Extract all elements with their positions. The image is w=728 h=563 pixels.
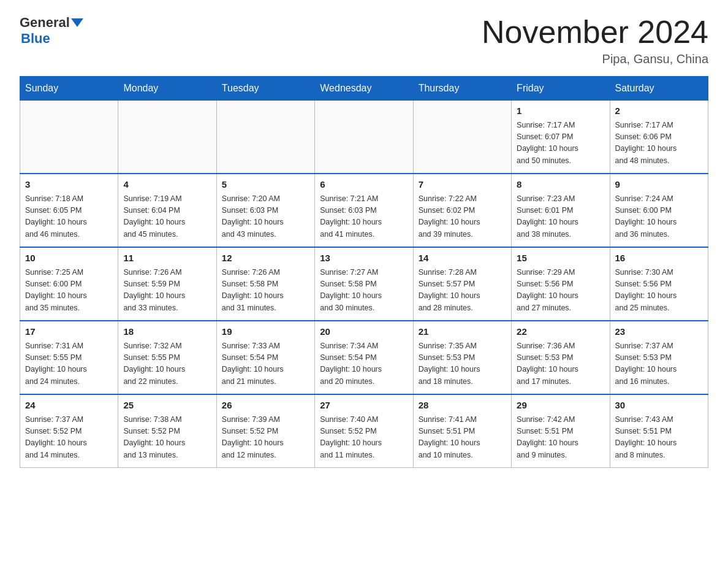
day-info: Sunrise: 7:33 AM Sunset: 5:54 PM Dayligh…	[222, 340, 309, 388]
day-number: 5	[222, 178, 309, 192]
day-number: 18	[123, 325, 211, 339]
calendar-cell: 6Sunrise: 7:21 AM Sunset: 6:03 PM Daylig…	[315, 174, 413, 247]
weekday-header-wednesday: Wednesday	[315, 77, 413, 101]
calendar-cell: 29Sunrise: 7:42 AM Sunset: 5:51 PM Dayli…	[512, 394, 610, 468]
day-number: 10	[25, 251, 113, 266]
day-info: Sunrise: 7:42 AM Sunset: 5:51 PM Dayligh…	[517, 414, 604, 462]
calendar-header-row: SundayMondayTuesdayWednesdayThursdayFrid…	[20, 77, 708, 101]
day-info: Sunrise: 7:38 AM Sunset: 5:52 PM Dayligh…	[123, 414, 211, 462]
day-info: Sunrise: 7:37 AM Sunset: 5:52 PM Dayligh…	[25, 414, 113, 462]
day-number: 21	[419, 325, 506, 339]
day-number: 4	[123, 178, 211, 192]
day-info: Sunrise: 7:29 AM Sunset: 5:56 PM Dayligh…	[517, 267, 604, 315]
calendar-cell: 22Sunrise: 7:36 AM Sunset: 5:53 PM Dayli…	[512, 321, 610, 394]
day-number: 26	[222, 399, 309, 413]
day-info: Sunrise: 7:28 AM Sunset: 5:57 PM Dayligh…	[419, 267, 506, 315]
calendar-cell	[118, 101, 216, 174]
day-number: 19	[222, 325, 309, 339]
calendar-cell: 1Sunrise: 7:17 AM Sunset: 6:07 PM Daylig…	[512, 101, 610, 174]
day-info: Sunrise: 7:18 AM Sunset: 6:05 PM Dayligh…	[25, 193, 113, 241]
calendar-cell: 4Sunrise: 7:19 AM Sunset: 6:04 PM Daylig…	[118, 174, 216, 247]
day-info: Sunrise: 7:25 AM Sunset: 6:00 PM Dayligh…	[25, 267, 113, 315]
day-info: Sunrise: 7:17 AM Sunset: 6:07 PM Dayligh…	[517, 120, 604, 167]
calendar-cell	[413, 101, 511, 174]
logo-arrow-icon	[71, 18, 83, 27]
day-info: Sunrise: 7:34 AM Sunset: 5:54 PM Dayligh…	[320, 340, 408, 388]
day-number: 13	[320, 251, 408, 266]
title-block: November 2024 Pipa, Gansu, China	[482, 15, 708, 66]
day-info: Sunrise: 7:19 AM Sunset: 6:04 PM Dayligh…	[123, 193, 211, 241]
day-number: 24	[25, 399, 113, 413]
day-number: 2	[615, 104, 703, 118]
day-info: Sunrise: 7:21 AM Sunset: 6:03 PM Dayligh…	[320, 193, 408, 241]
day-number: 11	[123, 251, 211, 266]
calendar-cell: 24Sunrise: 7:37 AM Sunset: 5:52 PM Dayli…	[20, 394, 118, 468]
day-info: Sunrise: 7:30 AM Sunset: 5:56 PM Dayligh…	[615, 267, 703, 315]
day-number: 30	[615, 399, 703, 413]
weekday-header-thursday: Thursday	[413, 77, 511, 101]
calendar-cell: 28Sunrise: 7:41 AM Sunset: 5:51 PM Dayli…	[413, 394, 511, 468]
day-info: Sunrise: 7:35 AM Sunset: 5:53 PM Dayligh…	[419, 340, 506, 388]
calendar-cell: 11Sunrise: 7:26 AM Sunset: 5:59 PM Dayli…	[118, 247, 216, 321]
calendar-cell: 13Sunrise: 7:27 AM Sunset: 5:58 PM Dayli…	[315, 247, 413, 321]
day-number: 9	[615, 178, 703, 192]
calendar-cell: 23Sunrise: 7:37 AM Sunset: 5:53 PM Dayli…	[610, 321, 708, 394]
day-number: 7	[419, 178, 506, 192]
calendar-cell: 3Sunrise: 7:18 AM Sunset: 6:05 PM Daylig…	[20, 174, 118, 247]
day-number: 28	[419, 399, 506, 413]
month-title: November 2024	[482, 15, 708, 50]
calendar-cell: 7Sunrise: 7:22 AM Sunset: 6:02 PM Daylig…	[413, 174, 511, 247]
day-info: Sunrise: 7:31 AM Sunset: 5:55 PM Dayligh…	[25, 340, 113, 388]
day-info: Sunrise: 7:17 AM Sunset: 6:06 PM Dayligh…	[615, 120, 703, 167]
calendar-week-row: 3Sunrise: 7:18 AM Sunset: 6:05 PM Daylig…	[20, 174, 708, 247]
day-number: 12	[222, 251, 309, 266]
day-number: 14	[419, 251, 506, 266]
calendar-cell: 25Sunrise: 7:38 AM Sunset: 5:52 PM Dayli…	[118, 394, 216, 468]
weekday-header-monday: Monday	[118, 77, 216, 101]
day-number: 1	[517, 104, 604, 118]
day-info: Sunrise: 7:32 AM Sunset: 5:55 PM Dayligh…	[123, 340, 211, 388]
day-number: 17	[25, 325, 113, 339]
calendar-cell	[315, 101, 413, 174]
day-number: 29	[517, 399, 604, 413]
day-number: 27	[320, 399, 408, 413]
calendar-week-row: 10Sunrise: 7:25 AM Sunset: 6:00 PM Dayli…	[20, 247, 708, 321]
logo: General Blue	[20, 15, 85, 47]
calendar-cell: 30Sunrise: 7:43 AM Sunset: 5:51 PM Dayli…	[610, 394, 708, 468]
calendar-cell: 2Sunrise: 7:17 AM Sunset: 6:06 PM Daylig…	[610, 101, 708, 174]
day-info: Sunrise: 7:43 AM Sunset: 5:51 PM Dayligh…	[615, 414, 703, 462]
calendar-cell	[20, 101, 118, 174]
calendar-cell: 9Sunrise: 7:24 AM Sunset: 6:00 PM Daylig…	[610, 174, 708, 247]
day-number: 15	[517, 251, 604, 266]
calendar-week-row: 1Sunrise: 7:17 AM Sunset: 6:07 PM Daylig…	[20, 101, 708, 174]
day-info: Sunrise: 7:22 AM Sunset: 6:02 PM Dayligh…	[419, 193, 506, 241]
day-info: Sunrise: 7:37 AM Sunset: 5:53 PM Dayligh…	[615, 340, 703, 388]
page-header: General Blue November 2024 Pipa, Gansu, …	[20, 15, 708, 66]
calendar-cell: 20Sunrise: 7:34 AM Sunset: 5:54 PM Dayli…	[315, 321, 413, 394]
day-info: Sunrise: 7:41 AM Sunset: 5:51 PM Dayligh…	[419, 414, 506, 462]
calendar-cell: 27Sunrise: 7:40 AM Sunset: 5:52 PM Dayli…	[315, 394, 413, 468]
calendar-cell: 8Sunrise: 7:23 AM Sunset: 6:01 PM Daylig…	[512, 174, 610, 247]
calendar-cell	[216, 101, 314, 174]
day-info: Sunrise: 7:27 AM Sunset: 5:58 PM Dayligh…	[320, 267, 408, 315]
logo-general-text: General	[20, 15, 70, 31]
calendar-cell: 12Sunrise: 7:26 AM Sunset: 5:58 PM Dayli…	[216, 247, 314, 321]
calendar-cell: 21Sunrise: 7:35 AM Sunset: 5:53 PM Dayli…	[413, 321, 511, 394]
calendar-cell: 18Sunrise: 7:32 AM Sunset: 5:55 PM Dayli…	[118, 321, 216, 394]
weekday-header-friday: Friday	[512, 77, 610, 101]
calendar-cell: 17Sunrise: 7:31 AM Sunset: 5:55 PM Dayli…	[20, 321, 118, 394]
logo-blue-text: Blue	[21, 31, 50, 46]
day-info: Sunrise: 7:24 AM Sunset: 6:00 PM Dayligh…	[615, 193, 703, 241]
weekday-header-sunday: Sunday	[20, 77, 118, 101]
day-number: 22	[517, 325, 604, 339]
calendar-table: SundayMondayTuesdayWednesdayThursdayFrid…	[20, 76, 708, 468]
day-info: Sunrise: 7:26 AM Sunset: 5:58 PM Dayligh…	[222, 267, 309, 315]
calendar-week-row: 17Sunrise: 7:31 AM Sunset: 5:55 PM Dayli…	[20, 321, 708, 394]
location-text: Pipa, Gansu, China	[482, 52, 708, 66]
day-number: 3	[25, 178, 113, 192]
day-number: 20	[320, 325, 408, 339]
calendar-cell: 10Sunrise: 7:25 AM Sunset: 6:00 PM Dayli…	[20, 247, 118, 321]
calendar-cell: 16Sunrise: 7:30 AM Sunset: 5:56 PM Dayli…	[610, 247, 708, 321]
calendar-cell: 19Sunrise: 7:33 AM Sunset: 5:54 PM Dayli…	[216, 321, 314, 394]
day-info: Sunrise: 7:23 AM Sunset: 6:01 PM Dayligh…	[517, 193, 604, 241]
